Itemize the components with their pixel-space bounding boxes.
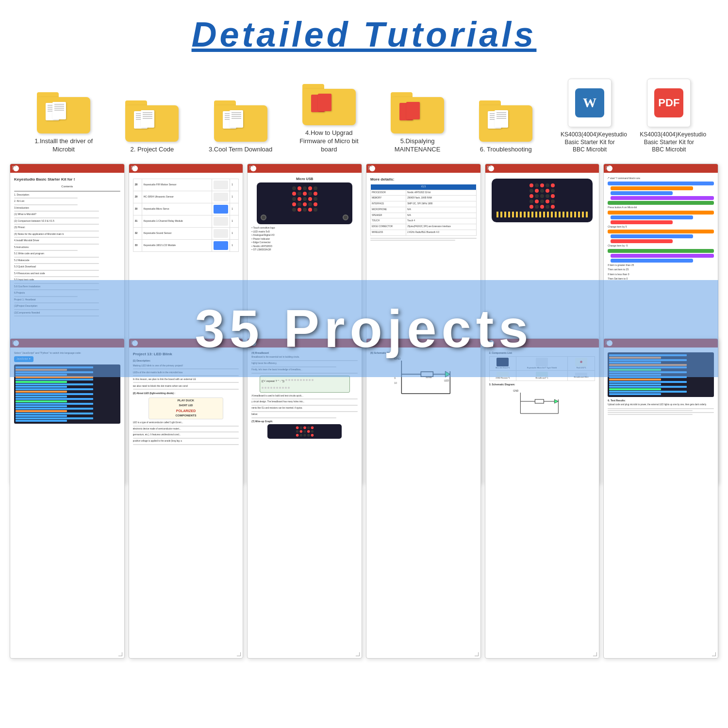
doc2-table: 28Keyestudio FIR Motion Sensor1 29HC-SR0… [133,179,239,252]
file-word-label: KS4003(4004)Keyestudio Basic Starter Kit… [561,131,619,154]
folder-icon-4 [302,84,356,125]
folder-item-2[interactable]: 2. Project Code [117,100,186,154]
doc3-labels: • Touch sensitive logo • LED matrix 5x5 … [251,226,358,252]
doc1-title: Keyestudio Basic Starter Kit for ! [14,177,120,182]
doc5-board [492,179,593,222]
projects-text: 35 Projects [195,298,533,359]
file-word-item[interactable]: W KS4003(4004)Keyestudio Basic Starter K… [560,79,619,154]
svg-rect-17 [535,399,544,403]
doc4-footer [370,238,477,241]
doc4-title: More details: [370,177,477,182]
microbit-diagram [257,182,352,224]
pdf-file-icon: PDF [647,79,691,127]
folder-label-2: 2. Project Code [131,146,174,154]
page-title: Detailed Tutorials [0,15,728,54]
folder-item-1[interactable]: 1.Installl the driver of Microbit [29,92,98,154]
folder-label-3: 3.Cool Term Download [209,146,272,154]
docb3-wire-label: (7) Wire-up Graph: [251,420,358,424]
svg-text:LED: LED [444,379,449,382]
docb6-result: Upload code and plug microbit to power, … [608,403,714,415]
doc-thumb-b4: (6) Schematic Diagram: GND 220Ω [366,338,481,659]
word-icon-letter: W [575,88,604,117]
wire-diagram [267,424,342,439]
doc-thumb-b2: Project 13: LED Blink (1) Description: M… [129,338,244,659]
docb2-led-desc: LED is a type of semiconductor called 'L… [133,421,239,445]
doc6-comment: /* start */ command block runs [608,177,714,181]
folder-icon-1 [37,92,90,133]
folder-icon-5 [391,92,444,133]
breadboard-visual: {{'•'.repeat ? '' : ''}} [260,376,350,393]
page-header: Detailed Tutorials [0,0,728,64]
folder-label-5: 5.Dispalying MAINTENANCE [383,137,451,154]
folder-label-1: 1.Installl the driver of Microbit [30,137,98,154]
docb2-led-label: (2) About LED (light-emitting diode) : [133,392,239,396]
svg-text:GND: GND [513,389,519,392]
docb6-result-label: 6. Test Results: [608,399,714,403]
doc1-subtitle: Contents [14,184,120,189]
pdf-icon-text: PDF [654,88,683,117]
folder-label-4: 4.How to Upgrad Firmware of Micro bit bo… [295,129,363,154]
docb5-schematic: GND [489,387,596,421]
polarized-diagram: PLAY DUCK SHORT LED POLARIZED COMPONENTS [149,397,223,419]
file-pdf-item[interactable]: PDF KS4003(4004)Keyestudio Basic Starter… [639,79,699,154]
svg-marker-19 [554,399,558,403]
scratch-on-start [608,182,714,185]
doc-thumb-b1: Select "JavaScript" and "Python" to swit… [10,338,125,659]
pages-section: Keyestudio Basic Starter Kit for ! Conte… [10,164,718,494]
folder-item-4[interactable]: 4.How to Upgrad Firmware of Micro bit bo… [295,84,364,154]
folders-section: 1.Installl the driver of Microbit 2. Pro… [0,69,728,164]
doc-thumb-b6: 6. Test Results: Upload code and plug mi… [603,338,718,659]
projects-banner: 35 Projects [10,280,718,377]
word-file-icon: W [568,79,612,127]
folder-item-3[interactable]: 3.Cool Term Download [206,100,275,154]
doc3-title: Micro USB [251,177,358,182]
svg-text:9: 9 [394,377,396,380]
docb3-desc2: A breadboard is used to build and test c… [251,395,358,418]
folder-icon-3 [214,100,267,142]
doc-thumb-b5: 2. Components List: Microbit Board*1 Key… [485,338,600,659]
file-pdf-label: KS4003(4004)Keyestudio Basic Starter Kit… [640,131,698,154]
doc-thumb-b3: (4) Breadboard Breadboard is the essenti… [247,338,362,659]
folder-item-6[interactable]: 6. Troubleshooting [471,100,540,154]
doc4-specs: V1.5 PROCESSORNordic nRF51822 32-bit MEM… [370,184,477,236]
folder-icon-6 [479,100,532,142]
docb5-schema-label: 3. Schematic Diagram: [489,383,596,387]
folder-icon-2 [125,100,179,142]
svg-text:10: 10 [394,381,397,384]
folder-label-6: 6. Troubleshooting [480,146,532,154]
folder-item-5[interactable]: 5.Dispalying MAINTENANCE [383,92,452,154]
